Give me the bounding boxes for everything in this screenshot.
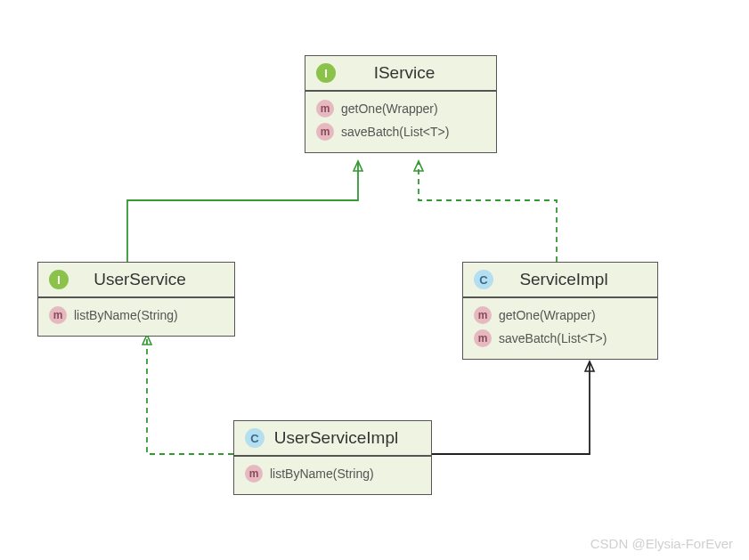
class-name: UserService xyxy=(76,270,224,289)
method-icon: m xyxy=(245,465,263,483)
class-header: I UserService xyxy=(38,263,234,298)
member-signature: saveBatch(List<T>) xyxy=(341,125,449,139)
member-signature: getOne(Wrapper) xyxy=(499,308,596,322)
uml-diagram-canvas: I IService m getOne(Wrapper) m saveBatch… xyxy=(0,0,749,560)
member-row: m listByName(String) xyxy=(49,304,224,327)
member-row: m getOne(Wrapper) xyxy=(316,97,485,120)
member-row: m saveBatch(List<T>) xyxy=(474,327,647,350)
edge-userservice-iservice xyxy=(127,161,358,262)
edge-userserviceimpl-serviceimpl xyxy=(432,361,590,454)
class-body: m getOne(Wrapper) m saveBatch(List<T>) xyxy=(305,92,496,152)
watermark-text: CSDN @Elysia-ForEver xyxy=(590,536,733,551)
edge-serviceimpl-iservice xyxy=(419,161,557,262)
method-icon: m xyxy=(474,329,492,347)
member-row: m getOne(Wrapper) xyxy=(474,304,647,327)
class-userserviceimpl: C UserServiceImpl m listByName(String) xyxy=(233,420,432,495)
interface-icon: I xyxy=(49,270,69,289)
class-body: m listByName(String) xyxy=(234,457,431,494)
class-header: C UserServiceImpl xyxy=(234,421,431,457)
member-signature: saveBatch(List<T>) xyxy=(499,331,607,345)
class-icon: C xyxy=(245,428,265,448)
method-icon: m xyxy=(316,123,334,141)
member-row: m listByName(String) xyxy=(245,462,420,485)
method-icon: m xyxy=(49,306,67,324)
method-icon: m xyxy=(316,100,334,118)
class-name: ServiceImpl xyxy=(501,270,647,289)
class-body: m listByName(String) xyxy=(38,298,234,336)
class-header: I IService xyxy=(305,56,496,92)
class-header: C ServiceImpl xyxy=(463,263,657,298)
member-signature: listByName(String) xyxy=(74,308,178,322)
edge-userserviceimpl-userservice xyxy=(147,335,233,454)
method-icon: m xyxy=(474,306,492,324)
member-row: m saveBatch(List<T>) xyxy=(316,120,485,143)
class-userservice: I UserService m listByName(String) xyxy=(37,262,235,337)
class-icon: C xyxy=(474,270,493,289)
class-iservice: I IService m getOne(Wrapper) m saveBatch… xyxy=(305,55,497,153)
class-name: UserServiceImpl xyxy=(272,428,420,448)
class-serviceimpl: C ServiceImpl m getOne(Wrapper) m saveBa… xyxy=(462,262,658,360)
class-name: IService xyxy=(343,63,485,83)
interface-icon: I xyxy=(316,63,336,83)
class-body: m getOne(Wrapper) m saveBatch(List<T>) xyxy=(463,298,657,359)
member-signature: getOne(Wrapper) xyxy=(341,101,438,116)
member-signature: listByName(String) xyxy=(270,467,374,481)
